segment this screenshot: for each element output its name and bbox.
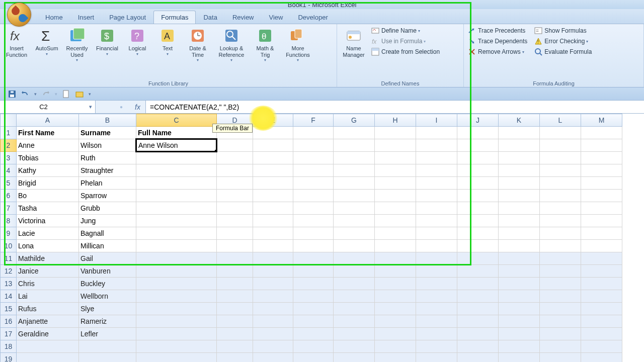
cell-G18[interactable] xyxy=(334,340,375,353)
cell-G14[interactable] xyxy=(334,290,375,303)
undo-icon[interactable] xyxy=(21,90,29,98)
col-header-L[interactable]: L xyxy=(540,114,581,127)
cell-B16[interactable]: Rameriz xyxy=(79,315,136,328)
cell-F1[interactable] xyxy=(293,127,334,139)
cell-J5[interactable] xyxy=(457,177,499,190)
cell-I6[interactable] xyxy=(416,190,457,202)
cell-I12[interactable] xyxy=(416,265,457,278)
cell-I2[interactable] xyxy=(416,139,457,152)
col-header-J[interactable]: J xyxy=(457,114,499,127)
cell-D3[interactable] xyxy=(217,152,253,164)
tab-developer[interactable]: Developer xyxy=(290,11,335,24)
cell-L9[interactable] xyxy=(540,227,581,240)
cell-B14[interactable]: Wellborn xyxy=(79,290,136,303)
date-time-button[interactable]: Date & Time xyxy=(184,26,211,63)
cell-K11[interactable] xyxy=(499,252,540,265)
text-button[interactable]: A Text xyxy=(154,26,181,57)
cell-B2[interactable]: Wilson xyxy=(79,139,136,152)
cell-C9[interactable] xyxy=(136,227,217,240)
cell-C14[interactable] xyxy=(136,290,217,303)
cell-C19[interactable] xyxy=(136,353,217,363)
cell-J10[interactable] xyxy=(457,240,499,252)
cell-H9[interactable] xyxy=(375,227,416,240)
cell-L11[interactable] xyxy=(540,252,581,265)
row-header-11[interactable]: 11 xyxy=(1,252,17,265)
cell-H13[interactable] xyxy=(375,278,416,290)
cell-G4[interactable] xyxy=(334,164,375,177)
cell-B1[interactable]: Surname xyxy=(79,127,136,139)
cell-E18[interactable] xyxy=(253,340,293,353)
cell-H12[interactable] xyxy=(375,265,416,278)
cell-C10[interactable] xyxy=(136,240,217,252)
cell-D17[interactable] xyxy=(217,328,253,340)
cell-L17[interactable] xyxy=(540,328,581,340)
cell-H5[interactable] xyxy=(375,177,416,190)
cell-M7[interactable] xyxy=(581,202,622,215)
show-formulas-button[interactable]: = Show Formulas xyxy=(533,26,595,35)
cell-K12[interactable] xyxy=(499,265,540,278)
cell-G19[interactable] xyxy=(334,353,375,363)
cell-L14[interactable] xyxy=(540,290,581,303)
cell-B17[interactable]: Lefler xyxy=(79,328,136,340)
financial-button[interactable]: $ Financial xyxy=(94,26,121,57)
cell-K19[interactable] xyxy=(499,353,540,363)
define-name-button[interactable]: Define Name xyxy=(370,26,443,35)
row-header-13[interactable]: 13 xyxy=(1,278,17,290)
cell-G11[interactable] xyxy=(334,252,375,265)
row-header-18[interactable]: 18 xyxy=(1,340,17,353)
cell-J11[interactable] xyxy=(457,252,499,265)
cell-E17[interactable] xyxy=(253,328,293,340)
cell-D14[interactable] xyxy=(217,290,253,303)
cell-E10[interactable] xyxy=(253,240,293,252)
cell-C6[interactable] xyxy=(136,190,217,202)
cell-C16[interactable] xyxy=(136,315,217,328)
cell-E15[interactable] xyxy=(253,303,293,315)
cell-E19[interactable] xyxy=(253,353,293,363)
cell-C8[interactable] xyxy=(136,215,217,227)
cell-M15[interactable] xyxy=(581,303,622,315)
cell-M4[interactable] xyxy=(581,164,622,177)
cell-F19[interactable] xyxy=(293,353,334,363)
row-header-14[interactable]: 14 xyxy=(1,290,17,303)
cell-J6[interactable] xyxy=(457,190,499,202)
cell-I5[interactable] xyxy=(416,177,457,190)
cell-H15[interactable] xyxy=(375,303,416,315)
cell-L12[interactable] xyxy=(540,265,581,278)
cell-I4[interactable] xyxy=(416,164,457,177)
cell-A5[interactable]: Brigid xyxy=(17,177,79,190)
cell-E1[interactable] xyxy=(253,127,293,139)
cell-E4[interactable] xyxy=(253,164,293,177)
cell-I13[interactable] xyxy=(416,278,457,290)
cell-B12[interactable]: Vanburen xyxy=(79,265,136,278)
cell-H18[interactable] xyxy=(375,340,416,353)
cell-F8[interactable] xyxy=(293,215,334,227)
col-header-G[interactable]: G xyxy=(334,114,375,127)
cell-F10[interactable] xyxy=(293,240,334,252)
cell-A15[interactable]: Rufus xyxy=(17,303,79,315)
undo-dropdown-icon[interactable]: ▾ xyxy=(34,92,37,97)
cell-L19[interactable] xyxy=(540,353,581,363)
cell-K16[interactable] xyxy=(499,315,540,328)
cell-G8[interactable] xyxy=(334,215,375,227)
cell-B11[interactable]: Gail xyxy=(79,252,136,265)
cell-J12[interactable] xyxy=(457,265,499,278)
cell-I16[interactable] xyxy=(416,315,457,328)
cell-K4[interactable] xyxy=(499,164,540,177)
cell-D16[interactable] xyxy=(217,315,253,328)
tab-data[interactable]: Data xyxy=(196,11,224,24)
cell-J1[interactable] xyxy=(457,127,499,139)
cell-E7[interactable] xyxy=(253,202,293,215)
cell-B3[interactable]: Ruth xyxy=(79,152,136,164)
cell-M3[interactable] xyxy=(581,152,622,164)
cell-I1[interactable] xyxy=(416,127,457,139)
cell-L4[interactable] xyxy=(540,164,581,177)
cell-L7[interactable] xyxy=(540,202,581,215)
cell-F15[interactable] xyxy=(293,303,334,315)
cell-A8[interactable]: Victorina xyxy=(17,215,79,227)
cell-I15[interactable] xyxy=(416,303,457,315)
col-header-H[interactable]: H xyxy=(375,114,416,127)
cell-C17[interactable] xyxy=(136,328,217,340)
cell-L1[interactable] xyxy=(540,127,581,139)
cell-K2[interactable] xyxy=(499,139,540,152)
open-icon[interactable] xyxy=(75,90,84,98)
